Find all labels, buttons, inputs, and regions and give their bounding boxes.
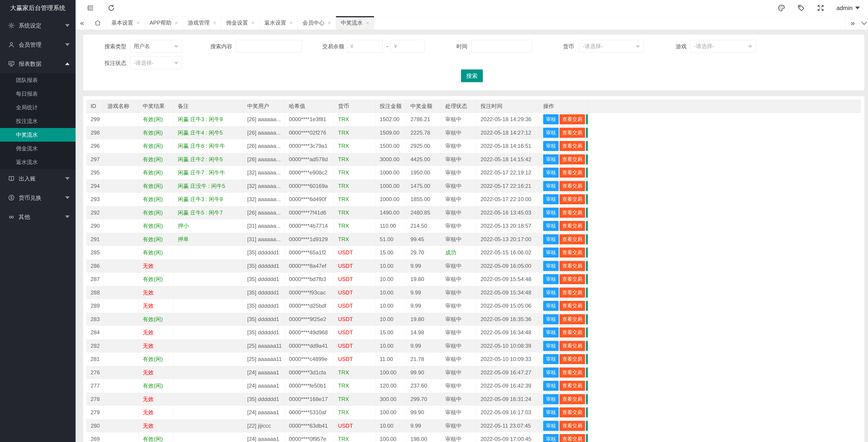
audit-button[interactable]: 审核	[543, 407, 559, 417]
time-input[interactable]	[471, 40, 532, 53]
view-transaction-button[interactable]: 查看交易	[560, 394, 585, 404]
view-transaction-button[interactable]: 查看交易	[560, 407, 585, 417]
view-transaction-button[interactable]: 查看交易	[560, 168, 585, 178]
audit-button[interactable]: 审核	[543, 128, 559, 138]
currency-select[interactable]: -请选择-	[579, 40, 644, 53]
view-transaction-button[interactable]: 查看交易	[560, 381, 585, 391]
detail-button[interactable]: 详情	[586, 354, 588, 364]
detail-button[interactable]: 详情	[586, 274, 588, 284]
detail-button[interactable]: 详情	[586, 394, 588, 404]
detail-button[interactable]: 详情	[586, 154, 588, 165]
search-content-input[interactable]	[236, 40, 302, 53]
detail-button[interactable]: 详情	[586, 247, 588, 258]
view-transaction-button[interactable]: 查看交易	[560, 247, 585, 258]
view-transaction-button[interactable]: 查看交易	[560, 261, 585, 271]
detail-button[interactable]: 详情	[586, 114, 588, 124]
audit-button[interactable]: 审核	[543, 154, 559, 165]
tab-佣金设置[interactable]: 佣金设置×	[221, 16, 259, 30]
sidebar-item-出入账[interactable]: 出入账	[0, 169, 75, 188]
home-tab[interactable]	[89, 16, 106, 30]
sidebar-item-会员管理[interactable]: 会员管理	[0, 35, 75, 54]
view-transaction-button[interactable]: 查看交易	[560, 208, 585, 218]
sidebar-subitem-团队报表[interactable]: 团队报表	[0, 73, 75, 87]
detail-button[interactable]: 详情	[586, 367, 588, 378]
user-menu[interactable]: admin	[836, 5, 860, 11]
view-transaction-button[interactable]: 查看交易	[560, 341, 585, 351]
view-transaction-button[interactable]: 查看交易	[560, 234, 585, 244]
view-transaction-button[interactable]: 查看交易	[560, 181, 585, 191]
sidebar-item-报表数据[interactable]: 报表数据	[0, 54, 75, 73]
detail-button[interactable]: 详情	[586, 208, 588, 218]
palette-icon[interactable]	[778, 4, 785, 12]
search-button[interactable]: 搜索	[461, 69, 483, 82]
sidebar-item-货币兑换[interactable]: $货币兑换	[0, 188, 75, 207]
sidebar-subitem-佣金流水[interactable]: 佣金流水	[0, 142, 75, 155]
audit-button[interactable]: 审核	[543, 114, 559, 124]
audit-button[interactable]: 审核	[543, 354, 559, 364]
view-transaction-button[interactable]: 查看交易	[560, 274, 585, 284]
audit-button[interactable]: 审核	[543, 234, 559, 244]
detail-button[interactable]: 详情	[586, 301, 588, 311]
detail-button[interactable]: 详情	[586, 194, 588, 204]
detail-button[interactable]: 详情	[586, 341, 588, 351]
tab-close-icon[interactable]: ×	[213, 20, 216, 26]
view-transaction-button[interactable]: 查看交易	[560, 421, 585, 431]
tab-游戏管理[interactable]: 游戏管理×	[183, 16, 221, 30]
sidebar-subitem-全局统计[interactable]: 全局统计	[0, 101, 75, 114]
view-transaction-button[interactable]: 查看交易	[560, 354, 585, 364]
audit-button[interactable]: 审核	[543, 261, 559, 271]
detail-button[interactable]: 详情	[586, 181, 588, 191]
audit-button[interactable]: 审核	[543, 181, 559, 191]
view-transaction-button[interactable]: 查看交易	[560, 301, 585, 311]
tab-会员中心[interactable]: 会员中心×	[298, 16, 336, 30]
tab-中奖流水[interactable]: 中奖流水×	[336, 16, 374, 30]
sidebar-item-系统设定[interactable]: 系统设定	[0, 16, 75, 35]
detail-button[interactable]: 详情	[586, 168, 588, 178]
bet-status-select[interactable]: -请选择-	[130, 57, 182, 69]
tab-close-icon[interactable]: ×	[328, 20, 331, 26]
tab-close-icon[interactable]: ×	[136, 20, 140, 26]
tabs-scroll-left-button[interactable]: «	[75, 16, 89, 30]
tab-close-icon[interactable]: ×	[366, 20, 369, 26]
audit-button[interactable]: 审核	[543, 301, 559, 311]
audit-button[interactable]: 审核	[543, 194, 559, 204]
detail-button[interactable]: 详情	[586, 288, 588, 298]
view-transaction-button[interactable]: 查看交易	[560, 288, 585, 298]
detail-button[interactable]: 详情	[586, 128, 588, 138]
detail-button[interactable]: 详情	[586, 407, 588, 417]
detail-button[interactable]: 详情	[586, 327, 588, 337]
view-transaction-button[interactable]: 查看交易	[560, 327, 585, 337]
view-transaction-button[interactable]: 查看交易	[560, 141, 585, 151]
tab-基本设置[interactable]: 基本设置×	[106, 16, 145, 30]
tabs-dropdown-button[interactable]	[860, 16, 868, 30]
audit-button[interactable]: 审核	[543, 288, 559, 298]
tag-icon[interactable]	[797, 4, 805, 12]
tab-close-icon[interactable]: ×	[175, 20, 178, 26]
tab-close-icon[interactable]: ×	[251, 20, 254, 26]
fullscreen-icon[interactable]	[817, 4, 825, 12]
audit-button[interactable]: 审核	[543, 247, 559, 258]
view-transaction-button[interactable]: 查看交易	[560, 221, 585, 231]
audit-button[interactable]: 审核	[543, 274, 559, 284]
balance-min-input[interactable]	[347, 40, 383, 53]
sidebar-subitem-返水流水[interactable]: 返水流水	[0, 155, 75, 169]
detail-button[interactable]: 详情	[586, 314, 588, 324]
audit-button[interactable]: 审核	[543, 327, 559, 337]
detail-button[interactable]: 详情	[586, 141, 588, 151]
audit-button[interactable]: 审核	[543, 221, 559, 231]
audit-button[interactable]: 审核	[543, 341, 559, 351]
view-transaction-button[interactable]: 查看交易	[560, 194, 585, 204]
view-transaction-button[interactable]: 查看交易	[560, 114, 585, 124]
audit-button[interactable]: 审核	[543, 314, 559, 324]
audit-button[interactable]: 审核	[543, 367, 559, 378]
audit-button[interactable]: 审核	[543, 168, 559, 178]
detail-button[interactable]: 详情	[586, 381, 588, 391]
sidebar-subitem-中奖流水[interactable]: 中奖流水	[0, 128, 75, 142]
audit-button[interactable]: 审核	[543, 434, 559, 442]
view-transaction-button[interactable]: 查看交易	[560, 367, 585, 378]
sidebar-subitem-投注流水[interactable]: 投注流水	[0, 114, 75, 128]
search-type-select[interactable]: 用户名	[130, 40, 182, 53]
view-transaction-button[interactable]: 查看交易	[560, 154, 585, 165]
game-select[interactable]: -请选择-	[690, 40, 756, 53]
detail-button[interactable]: 详情	[586, 434, 588, 442]
